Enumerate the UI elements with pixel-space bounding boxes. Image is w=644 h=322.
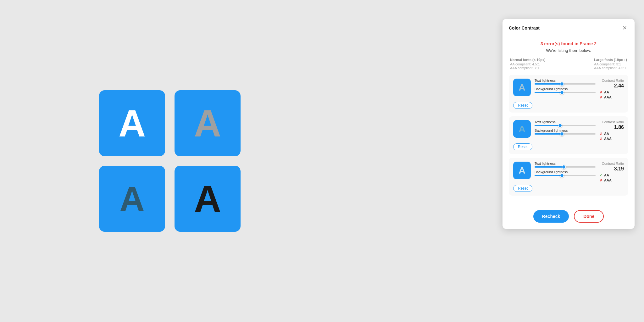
large-fonts-title: Large fonts (19px +) bbox=[594, 58, 627, 62]
item-2-text-thumb[interactable] bbox=[558, 123, 562, 128]
letter-2: A bbox=[194, 104, 221, 142]
item-3-bottom: Reset bbox=[513, 185, 624, 192]
item-2-bg-label: Background lightness bbox=[535, 129, 596, 132]
item-3-bg-fill bbox=[535, 175, 562, 176]
item-3-preview-letter: A bbox=[519, 165, 525, 176]
letter-grid: A A A A bbox=[99, 90, 241, 232]
item-2-bottom: Reset bbox=[513, 143, 624, 150]
letter-1: A bbox=[119, 104, 146, 142]
item-3-aaa-icon: ✗ bbox=[599, 178, 603, 182]
item-2-bg-track bbox=[535, 133, 596, 135]
letter-box-3: A bbox=[99, 166, 165, 232]
item-2-text-track bbox=[535, 125, 596, 126]
item-1-ratio-value: 2.44 bbox=[599, 83, 624, 89]
error-title: 3 error(s) found in Frame 2 bbox=[509, 41, 628, 46]
item-3-controls-ratio: Text lightness Background lightness bbox=[535, 162, 624, 182]
item-1-text-label: Text lightness bbox=[535, 79, 596, 82]
normal-aaa: AAA compliant: 7:1 bbox=[510, 66, 546, 70]
item-2-reset-button[interactable]: Reset bbox=[513, 143, 532, 150]
done-button[interactable]: Done bbox=[574, 210, 604, 223]
item-1-preview-letter: A bbox=[519, 82, 525, 93]
error-item-3-top: A Text lightness Background lightness bbox=[513, 162, 624, 182]
item-1-reset-button[interactable]: Reset bbox=[513, 102, 532, 109]
item-3-bg-thumb[interactable] bbox=[560, 173, 564, 178]
item-3-aaa-badge: ✗ AAA bbox=[599, 178, 612, 182]
item-1-controls-ratio: Text lightness Background lightness bbox=[535, 79, 624, 99]
item-1-text-fill bbox=[535, 83, 562, 85]
item-3-preview: A bbox=[513, 162, 531, 179]
item-3-reset-button[interactable]: Reset bbox=[513, 185, 532, 192]
item-1-preview: A bbox=[513, 79, 531, 96]
item-3-text-slider-row: Text lightness bbox=[535, 162, 596, 168]
item-2-bg-thumb[interactable] bbox=[560, 132, 564, 136]
error-item-1-top: A Text lightness Background lightness bbox=[513, 79, 624, 99]
item-1-aaa-icon: ✗ bbox=[599, 95, 603, 99]
item-3-text-fill bbox=[535, 166, 564, 168]
panel-title: Color Contrast bbox=[509, 25, 540, 31]
color-contrast-panel: Color Contrast ✕ 3 error(s) found in Fra… bbox=[502, 19, 635, 229]
item-1-ratio-label: Contrast Ratio bbox=[599, 79, 624, 82]
recheck-button[interactable]: Recheck bbox=[533, 210, 569, 223]
large-fonts-col: Large fonts (19px +) AA compliant: 3:1 A… bbox=[594, 58, 627, 70]
item-2-bg-slider-row: Background lightness bbox=[535, 129, 596, 135]
error-item-2-top: A Text lightness Background lightness bbox=[513, 120, 624, 141]
item-3-text-thumb[interactable] bbox=[562, 165, 566, 169]
panel-body: 3 error(s) found in Frame 2 We're listin… bbox=[502, 36, 635, 206]
item-2-ratio: Contrast Ratio 1.86 ✗ AA ✗ AAA bbox=[599, 120, 624, 141]
item-3-controls: Text lightness Background lightness bbox=[535, 162, 596, 179]
normal-fonts-col: Normal fonts (< 19px) AA compliant: 4.5:… bbox=[510, 58, 546, 70]
compliance-info: Normal fonts (< 19px) AA compliant: 4.5:… bbox=[509, 58, 628, 70]
item-2-controls: Text lightness Background lightness bbox=[535, 120, 596, 137]
item-2-text-label: Text lightness bbox=[535, 120, 596, 124]
normal-fonts-title: Normal fonts (< 19px) bbox=[510, 58, 546, 62]
item-1-bg-slider-row: Background lightness bbox=[535, 87, 596, 93]
item-3-bg-track bbox=[535, 175, 596, 176]
item-2-preview-letter: A bbox=[519, 124, 525, 134]
item-3-aa-icon: ✓ bbox=[599, 173, 603, 177]
item-2-ratio-value: 1.86 bbox=[599, 125, 624, 130]
item-2-aa-icon: ✗ bbox=[599, 131, 603, 136]
item-3-bg-slider-row: Background lightness bbox=[535, 170, 596, 176]
item-2-text-fill bbox=[535, 125, 560, 126]
item-1-ratio: Contrast Ratio 2.44 ✗ AA ✗ AAA bbox=[599, 79, 624, 99]
panel-footer: Recheck Done bbox=[502, 206, 635, 229]
item-3-badges: ✓ AA ✗ AAA bbox=[599, 173, 624, 182]
item-3-ratio-label: Contrast Ratio bbox=[599, 162, 624, 165]
item-3-ratio-value: 3.19 bbox=[599, 166, 624, 172]
letter-box-2: A bbox=[175, 90, 241, 156]
item-3-text-track bbox=[535, 166, 596, 168]
item-2-aaa-badge: ✗ AAA bbox=[599, 136, 612, 141]
item-1-badges: ✗ AA ✗ AAA bbox=[599, 90, 624, 99]
canvas-area: A A A A bbox=[0, 0, 340, 322]
item-2-ratio-label: Contrast Ratio bbox=[599, 120, 624, 124]
item-1-aa-badge: ✗ AA bbox=[599, 90, 609, 94]
item-1-aaa-badge: ✗ AAA bbox=[599, 95, 612, 99]
item-1-bg-thumb[interactable] bbox=[560, 90, 564, 95]
letter-box-1: A bbox=[99, 90, 165, 156]
error-subtitle: We're listing them below. bbox=[509, 48, 628, 53]
item-1-bottom: Reset bbox=[513, 102, 624, 109]
item-1-text-slider-row: Text lightness bbox=[535, 79, 596, 85]
normal-aa: AA compliant: 4.5:1 bbox=[510, 62, 546, 66]
close-button[interactable]: ✕ bbox=[621, 25, 628, 31]
item-1-text-thumb[interactable] bbox=[560, 82, 564, 86]
item-2-aaa-icon: ✗ bbox=[599, 136, 603, 141]
item-1-bg-fill bbox=[535, 92, 562, 93]
error-item-2: A Text lightness Background lightness bbox=[509, 116, 628, 154]
item-2-badges: ✗ AA ✗ AAA bbox=[599, 131, 624, 141]
error-item-1: A Text lightness Background lightness bbox=[509, 75, 628, 113]
error-item-3: A Text lightness Background lightness bbox=[509, 158, 628, 196]
item-3-ratio: Contrast Ratio 3.19 ✓ AA ✗ AAA bbox=[599, 162, 624, 182]
item-2-preview: A bbox=[513, 120, 531, 138]
large-aa: AA compliant: 3:1 bbox=[594, 62, 627, 66]
panel-header: Color Contrast ✕ bbox=[502, 19, 635, 36]
item-1-bg-label: Background lightness bbox=[535, 87, 596, 91]
item-1-bg-track bbox=[535, 92, 596, 93]
item-1-text-track bbox=[535, 83, 596, 85]
item-2-controls-ratio: Text lightness Background lightness bbox=[535, 120, 624, 141]
letter-4: A bbox=[194, 180, 221, 218]
item-3-bg-label: Background lightness bbox=[535, 170, 596, 174]
item-3-aa-badge: ✓ AA bbox=[599, 173, 609, 177]
letter-box-4: A bbox=[175, 166, 241, 232]
item-1-controls: Text lightness Background lightness bbox=[535, 79, 596, 96]
